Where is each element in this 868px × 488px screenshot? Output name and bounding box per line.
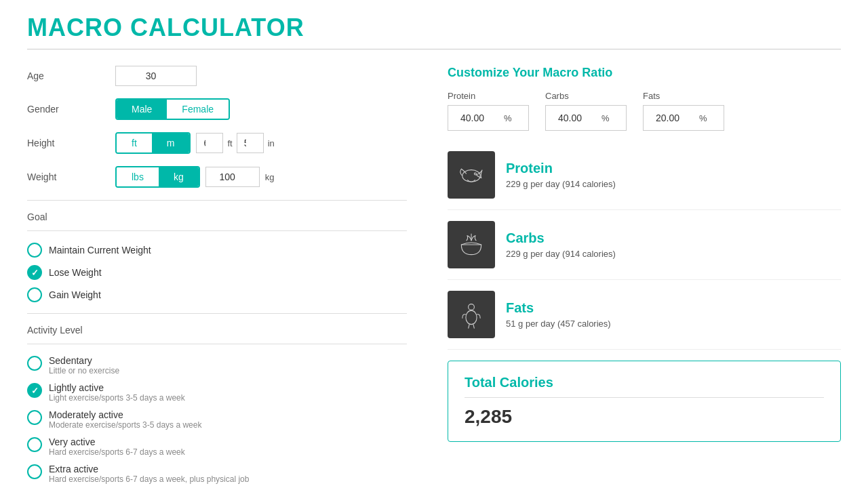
- age-control: [115, 66, 407, 86]
- activity-moderately-text: Moderately active: [49, 409, 201, 420]
- nutrient-fats-value: 51 g per day (457 calories): [506, 319, 611, 329]
- macro-fats-input[interactable]: [649, 108, 696, 127]
- activity-extra-text: Extra active: [49, 464, 249, 474]
- activity-moderately-sub: Moderate exercise/sports 3-5 days a week: [49, 420, 201, 430]
- fats-svg: [456, 300, 486, 329]
- activity-lightly-option[interactable]: Lightly active Light exercise/sports 3-5…: [27, 382, 407, 403]
- activity-sedentary-radio[interactable]: [27, 356, 42, 371]
- weight-kg-unit: kg: [265, 172, 275, 182]
- gender-female-button[interactable]: Female: [167, 100, 229, 119]
- height-ft-button[interactable]: ft: [117, 134, 152, 152]
- customize-title: Customize Your Macro Ratio: [448, 66, 841, 80]
- activity-moderately-option[interactable]: Moderately active Moderate exercise/spor…: [27, 409, 407, 430]
- age-label: Age: [27, 70, 115, 81]
- activity-sedentary-text-group: Sedentary Little or no exercise: [49, 355, 119, 375]
- fats-icon: [448, 291, 495, 338]
- carbs-icon: [448, 221, 495, 268]
- activity-very-sub: Hard exercise/sports 6-7 days a week: [49, 447, 185, 457]
- macro-fats-pct: %: [699, 113, 707, 123]
- activity-sedentary-sub: Little or no exercise: [49, 366, 119, 375]
- nutrient-carbs-card: Carbs 229 g per day (914 calories): [448, 221, 841, 280]
- activity-very-text: Very active: [49, 436, 185, 447]
- weight-lbs-button[interactable]: lbs: [117, 167, 159, 186]
- height-unit-toggle: ft m: [115, 132, 191, 154]
- activity-very-text-group: Very active Hard exercise/sports 6-7 day…: [49, 436, 185, 457]
- macro-carbs-group: Carbs %: [545, 91, 627, 131]
- activity-lightly-radio[interactable]: [27, 383, 42, 398]
- height-control: ft m ft in: [115, 132, 407, 154]
- weight-label: Weight: [27, 171, 115, 182]
- height-inputs: ft in: [196, 133, 274, 153]
- macro-fats-label: Fats: [643, 91, 724, 101]
- activity-sedentary-text: Sedentary: [49, 355, 119, 366]
- gender-label: Gender: [27, 104, 115, 115]
- nutrient-protein-value: 229 g per day (914 calories): [506, 179, 616, 189]
- goal-maintain-option[interactable]: Maintain Current Weight: [27, 242, 407, 258]
- nutrient-fats-name: Fats: [506, 300, 611, 316]
- activity-extra-sub: Hard exercise/sports 6-7 days a week, pl…: [49, 474, 249, 484]
- macro-protein-pct: %: [504, 113, 512, 123]
- goal-gain-radio[interactable]: [27, 287, 42, 302]
- nutrient-protein-card: Protein 229 g per day (914 calories): [448, 151, 841, 210]
- nutrient-carbs-name: Carbs: [506, 230, 616, 246]
- goal-maintain-radio[interactable]: [27, 243, 42, 258]
- weight-kg-button[interactable]: kg: [159, 167, 199, 186]
- activity-moderately-radio[interactable]: [27, 410, 42, 425]
- weight-unit-toggle: lbs kg: [115, 166, 200, 188]
- activity-moderately-text-group: Moderately active Moderate exercise/spor…: [49, 409, 201, 430]
- nutrient-carbs-info: Carbs 229 g per day (914 calories): [506, 230, 616, 259]
- height-label: Height: [27, 138, 115, 148]
- svg-point-2: [469, 304, 475, 310]
- nutrient-carbs-value: 229 g per day (914 calories): [506, 249, 616, 259]
- height-ft-input[interactable]: [196, 133, 223, 153]
- activity-lightly-text: Lightly active: [49, 382, 185, 393]
- activity-very-option[interactable]: Very active Hard exercise/sports 6-7 day…: [27, 436, 407, 457]
- macro-carbs-input[interactable]: [551, 108, 599, 127]
- carbs-svg: [456, 230, 486, 260]
- activity-extra-radio[interactable]: [27, 464, 42, 479]
- svg-line-4: [469, 325, 469, 329]
- right-panel: Customize Your Macro Ratio Protein % Car…: [448, 66, 841, 488]
- gender-toggle-group: Male Female: [115, 98, 230, 120]
- macro-carbs-input-row: %: [545, 105, 627, 131]
- goal-lose-radio[interactable]: [27, 265, 42, 280]
- macro-carbs-label: Carbs: [545, 91, 627, 101]
- weight-input[interactable]: [205, 167, 260, 187]
- gender-control: Male Female: [115, 98, 407, 120]
- height-ft-unit: ft: [227, 138, 232, 148]
- nutrient-protein-info: Protein 229 g per day (914 calories): [506, 161, 616, 189]
- page-title: MACRO CALCULATOR: [27, 14, 841, 42]
- macro-fats-group: Fats %: [643, 91, 724, 131]
- goal-lose-option[interactable]: Lose Weight: [27, 264, 407, 280]
- protein-icon: [448, 151, 495, 199]
- height-m-button[interactable]: m: [152, 134, 190, 152]
- total-calories-value: 2,285: [465, 406, 824, 428]
- activity-label: Activity Level: [27, 325, 407, 336]
- macro-fats-input-row: %: [643, 105, 724, 131]
- age-row: Age: [27, 66, 407, 86]
- macro-protein-label: Protein: [448, 91, 529, 101]
- activity-very-radio[interactable]: [27, 437, 42, 452]
- weight-row: Weight lbs kg kg: [27, 166, 407, 188]
- activity-lightly-text-group: Lightly active Light exercise/sports 3-5…: [49, 382, 185, 403]
- activity-lightly-sub: Light exercise/sports 3-5 days a week: [49, 393, 185, 403]
- weight-control: lbs kg kg: [115, 166, 407, 188]
- gender-row: Gender Male Female: [27, 98, 407, 120]
- nutrient-fats-info: Fats 51 g per day (457 calories): [506, 300, 611, 329]
- height-in-input[interactable]: [237, 133, 264, 153]
- nutrient-fats-card: Fats 51 g per day (457 calories): [448, 291, 841, 350]
- activity-extra-option[interactable]: Extra active Hard exercise/sports 6-7 da…: [27, 464, 407, 484]
- goal-gain-option[interactable]: Gain Weight: [27, 287, 407, 302]
- left-panel: Age Gender Male Female Height ft m: [27, 66, 407, 488]
- age-input[interactable]: [115, 66, 197, 86]
- nutrient-protein-name: Protein: [506, 161, 616, 176]
- activity-sedentary-option[interactable]: Sedentary Little or no exercise: [27, 355, 407, 375]
- title-divider: [27, 49, 841, 49]
- macro-carbs-pct: %: [601, 113, 610, 123]
- gender-male-button[interactable]: Male: [117, 100, 167, 119]
- total-calories-box: Total Calories 2,285: [448, 361, 841, 442]
- height-in-unit: in: [268, 138, 275, 148]
- macro-protein-input[interactable]: [454, 108, 501, 127]
- goal-label: Goal: [27, 211, 407, 222]
- goal-maintain-text: Maintain Current Weight: [49, 245, 151, 256]
